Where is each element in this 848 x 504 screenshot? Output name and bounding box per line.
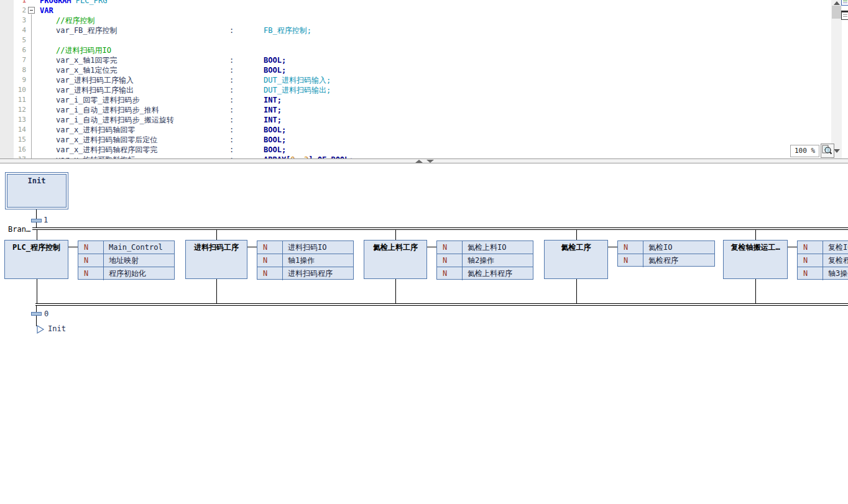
fold-scope-line: [31, 14, 32, 158]
action-row[interactable]: N氦检上料程序: [437, 267, 533, 280]
code-line[interactable]: 10var_进料扫码工序输出:DUT_进料扫码输出;: [0, 85, 831, 95]
branch-label[interactable]: Bran…: [8, 225, 30, 234]
action-name: 氦检上料程序: [463, 267, 533, 280]
transition-top-label: 1: [44, 216, 48, 224]
jump-label[interactable]: Init: [48, 324, 66, 333]
line-number: 1: [12, 0, 26, 6]
code-line[interactable]: 14var_x_进料扫码轴回零:BOOL;: [0, 125, 831, 135]
code-line[interactable]: 7var_x_轴1回零完:BOOL;: [0, 55, 831, 65]
editor-vertical-scrollbar[interactable]: [831, 0, 842, 158]
action-qualifier: N: [257, 267, 283, 280]
splitter-collapse-down-icon[interactable]: [426, 160, 434, 163]
connector-line: [216, 230, 217, 240]
action-row[interactable]: N程序初始化: [78, 267, 174, 280]
action-row[interactable]: N氦检上料IO: [437, 241, 533, 254]
connector-line: [37, 279, 37, 303]
chevron-down-icon: [834, 149, 840, 153]
connector-line: [576, 230, 577, 240]
fold-collapse-toggle[interactable]: [28, 7, 35, 14]
init-step[interactable]: Init: [5, 172, 68, 209]
action-block[interactable]: N进料扫码ION轴1操作N进料扫码程序: [257, 241, 354, 280]
code-line[interactable]: 16var_x_进料扫码轴程序回零完:BOOL;: [0, 145, 831, 155]
code-line[interactable]: 13var_i_自动_进料扫码步_搬运旋转:INT;: [0, 115, 831, 125]
sfc-step[interactable]: 氦检工序: [544, 240, 608, 279]
code-line[interactable]: 11var_i_回零_进料扫码步:INT;: [0, 95, 831, 105]
zoom-level-indicator[interactable]: 100 %: [790, 145, 819, 157]
action-row[interactable]: N进料扫码IO: [257, 241, 353, 254]
action-name: 轴2操作: [463, 254, 533, 267]
action-qualifier: N: [437, 241, 463, 254]
action-qualifier: N: [798, 254, 823, 267]
parallel-branch-line-bottom: [35, 305, 848, 306]
code-line[interactable]: 2VAR: [0, 6, 831, 16]
action-block[interactable]: NMain_ControlN地址映射N程序初始化: [78, 241, 175, 280]
line-number: 5: [12, 35, 26, 45]
action-row[interactable]: NMain_Control: [78, 241, 174, 254]
pane-splitter[interactable]: [0, 158, 848, 163]
connector-line: [395, 279, 396, 303]
action-row[interactable]: N氦检程序: [618, 254, 714, 267]
action-name: 程序初始化: [104, 267, 174, 280]
action-row[interactable]: N氦检IO: [618, 241, 714, 254]
code-line[interactable]: 3//程序控制: [0, 16, 831, 25]
parallel-branch-line-top: [32, 227, 848, 228]
code-line[interactable]: 15var_x_进料扫码轴回零后定位:BOOL;: [0, 135, 831, 145]
action-qualifier: N: [798, 241, 823, 254]
action-row[interactable]: N地址映射: [78, 254, 174, 267]
sfc-step[interactable]: 氦检上料工序: [364, 240, 427, 279]
action-qualifier: N: [257, 241, 283, 254]
action-block-connector: [247, 247, 257, 247]
step-label: 氦检工序: [561, 243, 591, 252]
action-name: 轴3操作: [823, 267, 848, 280]
action-name: Main_Control: [104, 241, 174, 254]
step-label: 复检轴搬运工…: [730, 243, 780, 252]
parallel-branch-line-top: [32, 229, 848, 230]
sfc-step[interactable]: 进料扫码工序: [185, 240, 247, 279]
line-number: 16: [12, 145, 26, 155]
action-row[interactable]: N轴2操作: [437, 254, 533, 267]
action-row[interactable]: N复检程序: [798, 254, 848, 267]
parallel-branch-line-bottom: [35, 303, 848, 304]
doc-icon-top[interactable]: [841, 0, 848, 6]
zoom-tool-button[interactable]: [821, 144, 834, 158]
code-line[interactable]: 6//进料扫码用IO: [0, 45, 831, 55]
connector-line: [395, 230, 396, 240]
action-row[interactable]: N轴3操作: [798, 267, 848, 280]
line-number: 14: [12, 125, 26, 135]
action-qualifier: N: [437, 267, 463, 280]
scroll-up-button[interactable]: [831, 0, 842, 6]
step-label: 氦检上料工序: [373, 243, 418, 252]
action-name: 进料扫码程序: [283, 267, 353, 280]
scroll-thumb[interactable]: [832, 6, 841, 19]
code-line[interactable]: 4var_FB_程序控制:FB_程序控制;: [0, 25, 831, 35]
code-line[interactable]: 5: [0, 35, 831, 45]
sfc-step[interactable]: 复检轴搬运工…: [723, 240, 788, 279]
connector-line: [37, 230, 37, 240]
magnifier-icon: [821, 144, 832, 156]
action-block[interactable]: N氦检上料ION轴2操作N氦检上料程序: [436, 241, 533, 280]
action-row[interactable]: N进料扫码程序: [257, 267, 353, 280]
action-block-connector: [427, 247, 436, 247]
connector-line: [36, 209, 37, 219]
action-name: 复检程序: [823, 254, 848, 267]
action-row[interactable]: N复检IO: [798, 241, 848, 254]
action-qualifier: N: [78, 241, 104, 254]
action-block[interactable]: N氦检ION氦检程序: [617, 241, 715, 267]
action-block-connector: [68, 247, 78, 247]
sfc-step[interactable]: PLC_程序控制: [4, 240, 68, 279]
action-row[interactable]: N轴1操作: [257, 254, 353, 267]
line-number: 6: [12, 45, 26, 55]
st-editor-pane[interactable]: 1PROGRAM PLC_PRG2VAR3//程序控制4var_FB_程序控制:…: [0, 0, 848, 158]
connector-line: [755, 279, 756, 303]
action-qualifier: N: [437, 254, 463, 267]
code-line[interactable]: 9var_进料扫码工序输入:DUT_进料扫码输入;: [0, 75, 831, 85]
action-block[interactable]: N复检ION复检程序N轴3操作: [797, 241, 848, 280]
code-line[interactable]: 8var_x_轴1定位完:BOOL;: [0, 65, 831, 75]
splitter-collapse-up-icon[interactable]: [415, 160, 423, 163]
action-name: 氦检上料IO: [463, 241, 533, 254]
jump-arrow-icon[interactable]: [37, 325, 45, 334]
action-block-connector: [608, 247, 617, 247]
code-line[interactable]: 1PROGRAM PLC_PRG: [0, 0, 831, 6]
code-line[interactable]: 12var_i_自动_进料扫码步_推料:INT;: [0, 105, 831, 115]
doc-icon-bottom[interactable]: [841, 11, 848, 20]
